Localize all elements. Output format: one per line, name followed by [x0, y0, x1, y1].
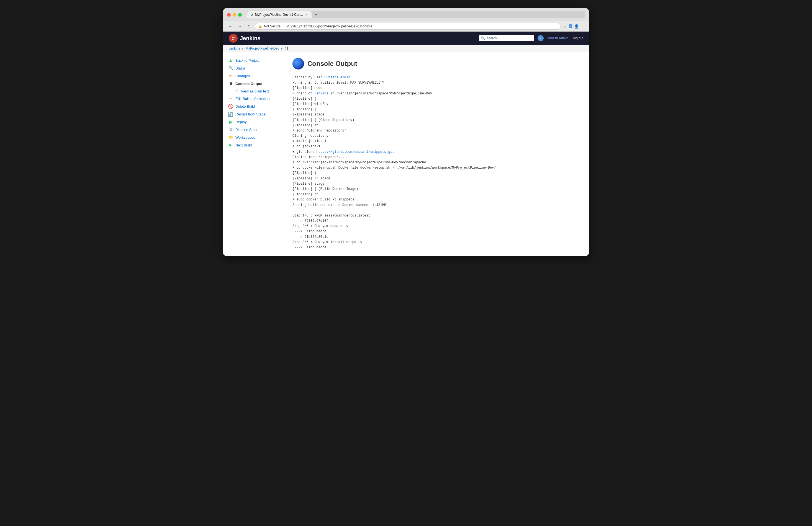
svg-point-0: [230, 35, 236, 41]
extension-icon[interactable]: i: [569, 24, 572, 28]
sidebar-item-next-build[interactable]: ► Next Build: [226, 141, 281, 149]
tab-favicon: J: [251, 13, 253, 16]
edit-build-info-icon: ✏: [228, 96, 233, 101]
breadcrumb-jenkins[interactable]: Jenkins: [229, 46, 240, 50]
help-button[interactable]: ?: [538, 35, 543, 41]
sidebar-item-restart-from-stage[interactable]: 🔄 Restart from Stage: [226, 110, 281, 118]
console-title-area: Console Output: [292, 58, 580, 70]
menu-icon[interactable]: ⋮: [581, 24, 585, 29]
sidebar-label-restart-from-stage: Restart from Stage: [235, 112, 265, 116]
main-layout: ▲ Back to Project 🔍 Status ✏ Changes 🖥 C…: [223, 52, 589, 256]
replay-icon: ▶: [228, 119, 233, 124]
jenkins-user-area: Subsari Admin l log out: [547, 36, 583, 40]
sidebar-label-view-plain-text: View as plain text: [241, 89, 269, 93]
sidebar-label-console-output: Console Output: [235, 82, 263, 86]
sidebar-item-console-output[interactable]: 🖥 Console Output: [226, 80, 281, 87]
address-input[interactable]: 🔒 Not Secure | 54.226.124.127:8080/job/M…: [255, 23, 561, 30]
sidebar-label-back-to-project: Back to Project: [235, 58, 260, 62]
jenkins-link[interactable]: Jenkins: [314, 92, 328, 96]
changes-icon: ✏: [228, 73, 233, 78]
search-input[interactable]: [487, 36, 532, 40]
restart-from-stage-icon: 🔄: [228, 112, 233, 117]
logout-link[interactable]: l log out: [571, 36, 583, 40]
breadcrumb: Jenkins ▶ MyProjectPipeline-Dev ▶ #1: [223, 45, 589, 52]
console-output-title: Console Output: [307, 60, 357, 68]
sidebar-item-edit-build-info[interactable]: ✏ Edit Build Information: [226, 95, 281, 102]
next-build-icon: ►: [228, 143, 233, 148]
url-scheme: Not Secure: [264, 24, 280, 28]
tab-bar: J MyProjectPipeline-Dev #1 Con... ✕ +: [247, 11, 585, 18]
bookmark-icon[interactable]: ☆: [563, 24, 567, 29]
console-globe-icon: [292, 58, 304, 70]
new-tab-button[interactable]: +: [313, 11, 320, 18]
svg-point-1: [232, 37, 233, 38]
tab-title: MyProjectPipeline-Dev #1 Con...: [255, 13, 303, 17]
jenkins-header: Jenkins 🔍 ? Subsari Admin l log out: [223, 32, 589, 45]
jenkins-search-box[interactable]: 🔍: [479, 35, 534, 41]
reload-button[interactable]: ↻: [246, 24, 252, 29]
sidebar-label-replay: Replay: [235, 120, 246, 124]
github-link[interactable]: https://github.com/subsari/snippets.git: [316, 150, 394, 154]
delete-build-icon: 🚫: [228, 104, 233, 109]
title-bar: J MyProjectPipeline-Dev #1 Con... ✕ +: [223, 8, 589, 21]
sidebar-item-view-plain-text[interactable]: 📄 View as plain text: [226, 87, 281, 95]
browser-window: J MyProjectPipeline-Dev #1 Con... ✕ + ← …: [223, 8, 589, 256]
address-bar: ← → ↻ 🔒 Not Secure | 54.226.124.127:8080…: [223, 21, 589, 32]
window-controls: [227, 13, 242, 17]
sidebar-label-workspaces: Workspaces: [235, 135, 255, 140]
jenkins-page: Jenkins 🔍 ? Subsari Admin l log out Jenk…: [223, 32, 589, 256]
back-to-project-icon: ▲: [228, 58, 233, 63]
sidebar-item-back-to-project[interactable]: ▲ Back to Project: [226, 57, 281, 64]
search-magnify-icon: 🔍: [481, 36, 485, 40]
sidebar-item-replay[interactable]: ▶ Replay: [226, 118, 281, 126]
sidebar-label-edit-build-info: Edit Build Information: [235, 97, 270, 101]
breadcrumb-sep-1: ▶: [242, 47, 244, 50]
breadcrumb-build: #1: [285, 46, 288, 50]
sidebar-item-status[interactable]: 🔍 Status: [226, 64, 281, 72]
console-content: Console Output Started by user Subsari A…: [284, 52, 589, 256]
pipeline-steps-icon: ⚙: [228, 127, 233, 132]
user-name[interactable]: Subsari Admin: [547, 36, 568, 40]
sidebar-item-pipeline-steps[interactable]: ⚙ Pipeline Steps: [226, 126, 281, 133]
profile-icon[interactable]: 👤: [574, 24, 579, 29]
jenkins-logo-image: [229, 34, 237, 43]
close-button[interactable]: [227, 13, 231, 17]
breadcrumb-project[interactable]: MyProjectPipeline-Dev: [246, 46, 279, 50]
sidebar-label-pipeline-steps: Pipeline Steps: [235, 128, 258, 132]
url-separator: |: [283, 24, 284, 28]
user-link[interactable]: Subsari Admin: [324, 76, 350, 79]
sidebar-label-status: Status: [235, 66, 246, 70]
minimize-button[interactable]: [233, 13, 236, 17]
tab-close-icon[interactable]: ✕: [305, 13, 308, 17]
sidebar-item-workspaces[interactable]: 📁 Workspaces: [226, 133, 281, 141]
forward-button[interactable]: →: [236, 24, 243, 29]
console-output-icon: 🖥: [228, 81, 233, 86]
jenkins-logo: Jenkins: [229, 34, 260, 43]
view-plain-text-icon: 📄: [234, 89, 239, 93]
jenkins-search-area: 🔍 ? Subsari Admin l log out: [479, 35, 583, 41]
jenkins-logo-text: Jenkins: [240, 35, 260, 42]
sidebar-item-changes[interactable]: ✏ Changes: [226, 72, 281, 80]
url-text: 54.226.124.127:8080/job/MyProjectPipelin…: [286, 24, 372, 28]
status-icon: 🔍: [228, 65, 233, 71]
sidebar: ▲ Back to Project 🔍 Status ✏ Changes 🖥 C…: [223, 52, 284, 256]
back-button[interactable]: ←: [227, 24, 234, 29]
svg-point-2: [233, 37, 235, 38]
sidebar-item-delete-build[interactable]: 🚫 Delete Build: [226, 102, 281, 110]
breadcrumb-sep-2: ▶: [281, 47, 283, 50]
address-actions: ☆ i 👤 ⋮: [563, 24, 585, 29]
sidebar-label-delete-build: Delete Build: [235, 104, 255, 108]
workspaces-icon: 📁: [228, 135, 233, 140]
lock-icon: 🔒: [258, 25, 262, 28]
sidebar-label-next-build: Next Build: [235, 143, 252, 147]
maximize-button[interactable]: [238, 13, 242, 17]
console-output-text: Started by user Subsari Admin Running in…: [292, 75, 580, 250]
sidebar-label-changes: Changes: [235, 74, 250, 78]
active-tab[interactable]: J MyProjectPipeline-Dev #1 Con... ✕: [247, 11, 311, 18]
